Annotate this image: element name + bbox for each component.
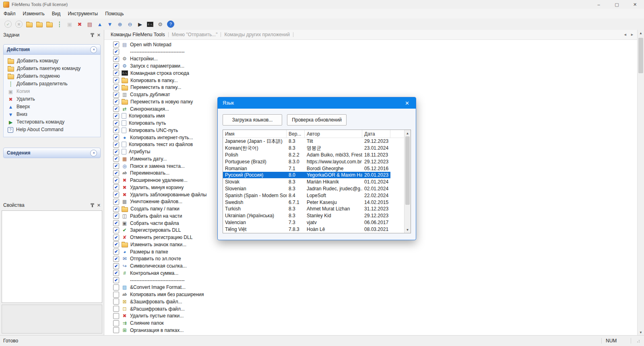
- checkbox-checked[interactable]: ✔: [113, 56, 119, 62]
- close-panel-icon[interactable]: ✕: [97, 33, 101, 38]
- settings-icon[interactable]: ⚙: [156, 20, 165, 29]
- language-row[interactable]: Ukrainian (Українська)8.3Stanley Kid29.1…: [223, 212, 411, 219]
- tree-item[interactable]: ⇉Слияние папок: [113, 319, 638, 327]
- tree-item[interactable]: abКопировать имя без расширения: [113, 291, 638, 298]
- column-header-date[interactable]: Дата: [362, 130, 390, 138]
- move-up-icon[interactable]: ▲: [95, 20, 104, 29]
- language-row[interactable]: Slovenian8.3Jadran Rudec, jrudec@g...02.…: [223, 185, 411, 192]
- download-languages-button[interactable]: Загрузка языков...: [223, 114, 282, 126]
- tree-item[interactable]: ✔#Контрольная сумма...: [113, 270, 638, 277]
- minimize-button[interactable]: –: [590, 0, 608, 9]
- checkbox-checked[interactable]: ✔: [113, 77, 119, 83]
- scrollbar-thumb[interactable]: [638, 38, 643, 73]
- checkbox-checked[interactable]: ✔: [113, 41, 119, 47]
- checkbox-checked[interactable]: ✔: [113, 249, 119, 255]
- checkbox-checked[interactable]: ✔: [113, 63, 119, 69]
- checkbox-checked[interactable]: ✔: [113, 120, 119, 126]
- scroll-up-icon[interactable]: ▲: [638, 30, 644, 36]
- close-button[interactable]: ✕: [626, 0, 644, 9]
- vertical-scrollbar[interactable]: ▲ ▼: [637, 30, 644, 336]
- tree-item[interactable]: ✔Переместить в папку...: [113, 84, 638, 91]
- language-row[interactable]: Valencian7.3vjatv06.06.2017: [223, 219, 411, 226]
- tree-item[interactable]: ✔C:\Командная строка отсюда: [113, 70, 638, 77]
- checkbox-unchecked[interactable]: [113, 284, 119, 290]
- checkbox-checked[interactable]: ✔: [113, 177, 119, 183]
- checkbox-checked[interactable]: ✔: [113, 70, 119, 76]
- language-row[interactable]: Polish8.2.2Adam Buiko, mbi33, Fresta18.1…: [223, 152, 411, 159]
- checkbox-checked[interactable]: ✔: [113, 149, 119, 155]
- add-separator-icon[interactable]: ┆: [55, 20, 64, 29]
- pin-icon[interactable]: [92, 33, 93, 37]
- action-item[interactable]: ▶Тестировать команду: [4, 118, 100, 126]
- add-submenu-icon[interactable]: [45, 20, 54, 29]
- language-row[interactable]: Romanian7.1Borodi Gheorghe05.12.2016: [223, 165, 411, 172]
- scrollbar-thumb[interactable]: [405, 136, 410, 205]
- delete-icon[interactable]: ✖: [75, 20, 84, 29]
- table-scrollbar[interactable]: ▲ ▼: [404, 130, 411, 233]
- move-down-icon[interactable]: ▼: [105, 20, 114, 29]
- action-item[interactable]: Добавить подменю: [4, 72, 100, 80]
- language-row[interactable]: Slovak8.3Marián Hikaník01.01.2024: [223, 179, 411, 185]
- tree-item[interactable]: ✔----------------------------------: [113, 277, 638, 284]
- language-row[interactable]: Turkish8.3Ahmet Murat Lizhan31.12.2023: [223, 206, 411, 212]
- checkbox-unchecked[interactable]: [113, 292, 119, 298]
- checkbox-checked[interactable]: ✔: [113, 263, 119, 269]
- tree-item[interactable]: ✔⚙Настройки...: [113, 56, 638, 63]
- tree-item[interactable]: ✔Изменить значок папки...: [113, 241, 638, 248]
- tab-scroll-arrows[interactable]: ◄ ►: [623, 33, 638, 37]
- action-item[interactable]: ?Help About Command: [4, 126, 100, 134]
- tree-item[interactable]: ✖Удалить пустые папки...: [113, 313, 638, 320]
- checkbox-checked[interactable]: ✔: [113, 277, 119, 283]
- expand-all-icon[interactable]: ⊕: [116, 20, 124, 29]
- run-command-icon[interactable]: ▶: [136, 20, 144, 29]
- action-item[interactable]: ▼Вниз: [4, 111, 100, 118]
- checkbox-unchecked[interactable]: [113, 306, 119, 312]
- action-item[interactable]: Добавить пакетную команду: [4, 65, 100, 72]
- chevron-up-icon[interactable]: »: [90, 150, 97, 157]
- language-row[interactable]: Spanish (Spain - Modern Sort)8.4LopeSoft…: [223, 192, 411, 199]
- language-row[interactable]: Swedish6.7.1Peter Kasesju14.02.2015: [223, 199, 411, 206]
- checkbox-checked[interactable]: ✔: [113, 156, 119, 162]
- tree-item[interactable]: ✔----------------------------------: [113, 48, 638, 56]
- menu-item[interactable]: Изменить: [19, 9, 48, 19]
- tree-item[interactable]: ⊞Организация в папках...: [113, 327, 638, 334]
- menu-item[interactable]: Инструменты: [64, 9, 101, 19]
- checkbox-checked[interactable]: ✔: [113, 163, 119, 169]
- action-item[interactable]: Добавить команду: [4, 57, 100, 65]
- checkbox-checked[interactable]: ✔: [113, 235, 119, 241]
- resize-grip[interactable]: [637, 339, 641, 343]
- checkbox-checked[interactable]: ✔: [113, 199, 119, 205]
- scroll-down-icon[interactable]: ▼: [405, 227, 411, 233]
- checkbox-checked[interactable]: ✔: [113, 270, 119, 276]
- add-batch-command-icon[interactable]: [35, 20, 44, 29]
- checkbox-checked[interactable]: ✔: [113, 92, 119, 98]
- checkbox-checked[interactable]: ✔: [113, 227, 119, 233]
- details-section-header[interactable]: Сведения »: [3, 148, 101, 158]
- checkbox-checked[interactable]: ✔: [113, 106, 119, 112]
- command-line-icon[interactable]: C:\: [146, 20, 155, 29]
- checkbox-unchecked[interactable]: [113, 299, 119, 305]
- checkbox-checked[interactable]: ✔: [113, 127, 119, 133]
- language-row[interactable]: Русский (Россия)8.0YegorkaGOR & Maxim Ha…: [223, 172, 411, 179]
- validate-command-icon[interactable]: ▤: [85, 20, 94, 29]
- menu-item[interactable]: Помощь: [101, 9, 127, 19]
- collapse-all-icon[interactable]: ⊖: [126, 20, 134, 29]
- tree-item[interactable]: ✔↪Символическая ссылка...: [113, 262, 638, 270]
- tree-item[interactable]: ✔✉Отправить по эл.почте: [113, 255, 638, 263]
- language-row[interactable]: Tiếng Việt7.8.3Hoàn Lê08.03.2021: [223, 226, 411, 233]
- actions-section-header[interactable]: Действия »: [3, 44, 101, 55]
- checkbox-checked[interactable]: ✔: [113, 134, 119, 140]
- tab-1[interactable]: Меню "Отправить...": [169, 32, 221, 37]
- tab-2[interactable]: Команды других приложений: [221, 32, 293, 37]
- menu-item[interactable]: Вид: [48, 9, 64, 19]
- checkbox-checked[interactable]: ✔: [113, 99, 119, 105]
- checkbox-unchecked[interactable]: [113, 313, 119, 319]
- language-row[interactable]: Japanese (Japan - 日本語)8.3Tilt29.12.2023: [223, 138, 411, 145]
- scroll-down-icon[interactable]: ▼: [638, 329, 644, 336]
- tree-item[interactable]: ✔▤Open with Notepad: [113, 41, 638, 48]
- maximize-button[interactable]: ▢: [608, 0, 626, 9]
- checkbox-checked[interactable]: ✔: [113, 213, 119, 219]
- column-header-version[interactable]: Вер...: [287, 130, 305, 138]
- tree-item[interactable]: ✔⚙Запуск с параметрами...: [113, 62, 638, 70]
- check-updates-button[interactable]: Проверка обновлений: [287, 114, 347, 126]
